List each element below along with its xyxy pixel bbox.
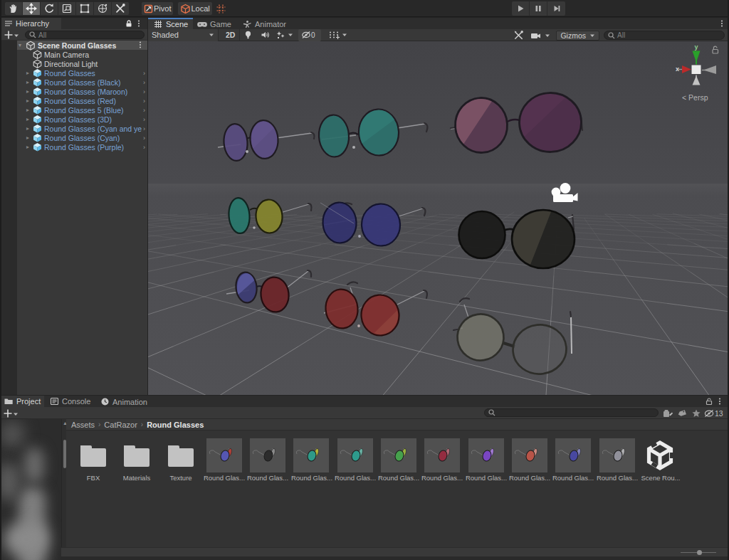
svg-text:0: 0 (311, 31, 315, 39)
svg-text:x: x (676, 65, 679, 73)
svg-text:< Persp: < Persp (682, 93, 708, 102)
svg-text:y: y (695, 43, 698, 51)
svg-text:13: 13 (715, 409, 723, 418)
